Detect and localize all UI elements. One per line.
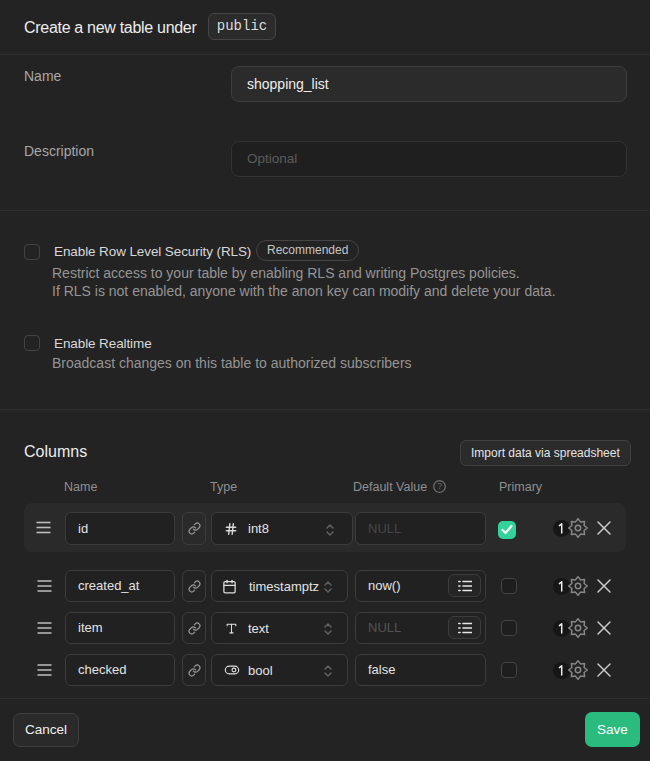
svg-text:?: ?	[437, 481, 442, 491]
